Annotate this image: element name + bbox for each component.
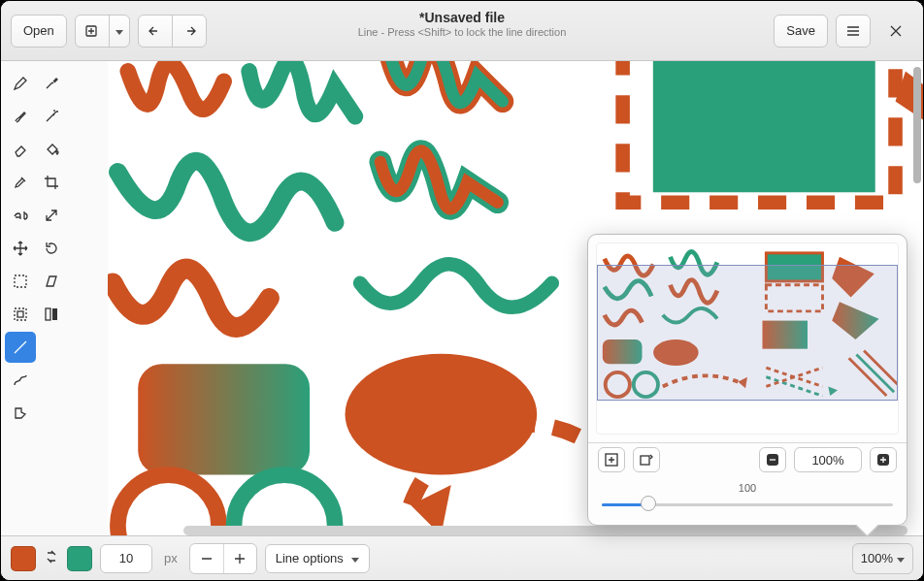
horizontal-scrollbar[interactable] <box>183 526 908 535</box>
shape-icon <box>13 405 28 421</box>
primary-menu-button[interactable] <box>836 15 871 48</box>
tool-brush[interactable] <box>5 101 36 132</box>
save-button[interactable]: Save <box>774 15 828 48</box>
titlebar: Open <box>1 1 923 61</box>
tool-line[interactable] <box>5 332 36 363</box>
close-icon <box>888 23 904 39</box>
navigator-zoom-field[interactable]: 100% <box>794 447 862 472</box>
free-select-icon <box>13 307 28 322</box>
tool-rect-select[interactable] <box>5 266 36 297</box>
tool-rotate[interactable] <box>36 233 67 264</box>
new-file-group <box>75 15 130 48</box>
tool-bucket[interactable] <box>36 134 67 165</box>
navigator-slider-row: 100 <box>588 476 907 525</box>
width-increase-button[interactable] <box>223 544 256 573</box>
tool-picker[interactable] <box>36 68 67 99</box>
tool-scale[interactable] <box>36 200 67 231</box>
svg-rect-8 <box>138 364 310 474</box>
zoom-out-button[interactable] <box>759 447 786 472</box>
undo-redo-group <box>138 15 207 48</box>
chevron-down-icon <box>351 551 359 565</box>
move-icon <box>13 241 28 256</box>
app-window: Open <box>0 0 924 581</box>
rect-select-icon <box>13 274 28 289</box>
zoom-indicator-label: 100% <box>861 551 893 565</box>
svg-rect-5 <box>52 308 57 320</box>
undo-button[interactable] <box>138 15 173 48</box>
width-decrease-button[interactable] <box>190 544 223 573</box>
zoom-in-button[interactable] <box>870 447 897 472</box>
tool-curve[interactable] <box>5 365 36 396</box>
deform-icon <box>44 274 59 289</box>
text-icon <box>13 208 28 223</box>
tool-wand[interactable] <box>36 101 67 132</box>
slider-thumb[interactable] <box>641 496 656 511</box>
slider-value-label: 100 <box>602 482 893 494</box>
navigator-controls-row: 100% <box>588 442 907 476</box>
navigator-viewport-rectangle[interactable] <box>597 265 898 401</box>
resize-icon <box>44 208 59 223</box>
zoom-slider[interactable] <box>602 496 893 513</box>
zoom-fit-button[interactable] <box>598 447 625 472</box>
tool-shape[interactable] <box>5 398 36 429</box>
chevron-down-icon <box>116 23 123 38</box>
titlebar-left: Open <box>11 15 207 48</box>
tool-text[interactable] <box>5 200 36 231</box>
svg-rect-4 <box>46 308 50 320</box>
titlebar-right: Save <box>774 15 913 48</box>
tool-highlighter[interactable] <box>5 167 36 198</box>
navigator-popover: 100% 100 <box>587 234 908 526</box>
zoom-original-button[interactable] <box>633 447 660 472</box>
tool-move[interactable] <box>5 233 36 264</box>
line-icon <box>13 339 28 355</box>
picker-icon <box>44 76 59 91</box>
tool-pencil[interactable] <box>5 68 36 99</box>
minus-icon <box>199 551 214 566</box>
options-bar: 10 px Line options 100% <box>1 535 923 580</box>
new-tab-icon <box>84 23 100 39</box>
secondary-color-swatch[interactable] <box>67 546 92 571</box>
svg-rect-25 <box>641 456 649 465</box>
undo-icon <box>148 23 163 39</box>
zoom-in-icon <box>875 452 891 468</box>
open-button[interactable]: Open <box>11 15 67 48</box>
pencil-icon <box>13 76 28 91</box>
redo-icon <box>182 23 197 39</box>
hamburger-icon <box>845 23 861 39</box>
swap-colors-icon <box>44 549 59 565</box>
swap-colors-button[interactable] <box>44 549 59 567</box>
window-close-button[interactable] <box>878 15 913 48</box>
navigator-preview[interactable] <box>596 242 899 435</box>
filters-icon <box>44 307 59 322</box>
curve-icon <box>13 372 28 388</box>
vertical-scrollbar[interactable] <box>913 67 921 183</box>
width-stepper <box>189 543 257 574</box>
toolbox <box>1 61 71 535</box>
tool-crop[interactable] <box>36 167 67 198</box>
tool-free-select[interactable] <box>5 299 36 330</box>
svg-rect-3 <box>17 311 23 317</box>
crop-icon <box>44 175 59 190</box>
chevron-down-icon <box>897 551 905 565</box>
redo-button[interactable] <box>172 15 207 48</box>
wand-icon <box>44 109 59 124</box>
tool-empty-2 <box>36 365 67 396</box>
new-tab-button[interactable] <box>75 15 110 48</box>
bucket-icon <box>44 142 59 157</box>
zoom-indicator-button[interactable]: 100% <box>852 543 913 574</box>
zoom-fit-icon <box>604 452 619 468</box>
line-options-dropdown[interactable]: Line options <box>265 544 370 573</box>
svg-rect-6 <box>653 61 875 192</box>
zoom-out-icon <box>765 452 780 468</box>
new-tab-chevron[interactable] <box>109 15 130 48</box>
primary-color-swatch[interactable] <box>11 546 36 571</box>
rotate-icon <box>44 241 59 256</box>
tool-skew[interactable] <box>36 266 67 297</box>
tool-filters[interactable] <box>36 299 67 330</box>
zoom-original-icon <box>639 452 654 468</box>
tool-eraser[interactable] <box>5 134 36 165</box>
svg-rect-1 <box>15 275 26 287</box>
highlighter-icon <box>13 175 28 190</box>
unit-label: px <box>160 551 182 565</box>
line-width-field[interactable]: 10 <box>100 544 152 573</box>
